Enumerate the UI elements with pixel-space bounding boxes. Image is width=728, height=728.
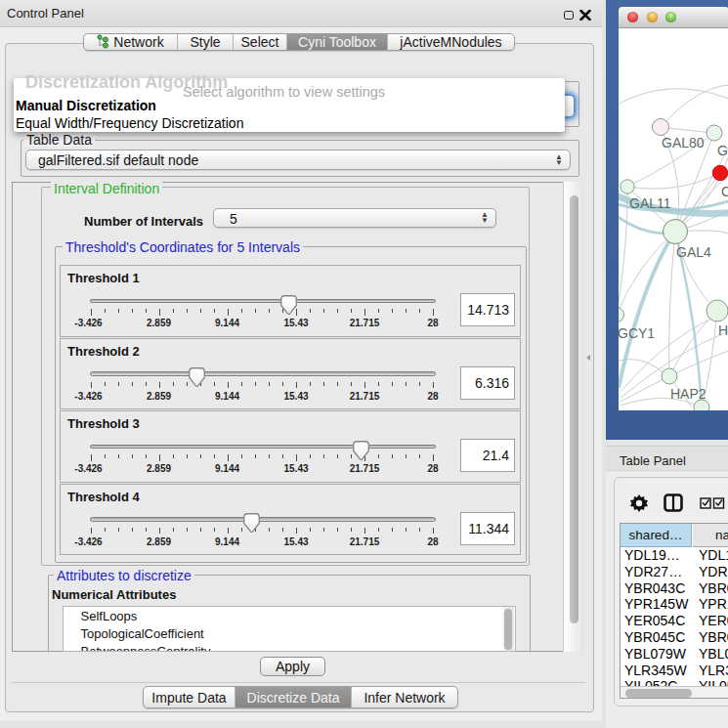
svg-text:H: H xyxy=(718,322,728,338)
svg-text:GA: GA xyxy=(717,143,728,158)
svg-text:GCY1: GCY1 xyxy=(619,325,655,341)
svg-text:HAP2: HAP2 xyxy=(670,386,707,402)
svg-text:GAL4: GAL4 xyxy=(676,244,711,260)
svg-text:GAL80: GAL80 xyxy=(662,135,705,150)
svg-text:C: C xyxy=(721,184,728,199)
svg-text:GAL11: GAL11 xyxy=(629,195,671,211)
